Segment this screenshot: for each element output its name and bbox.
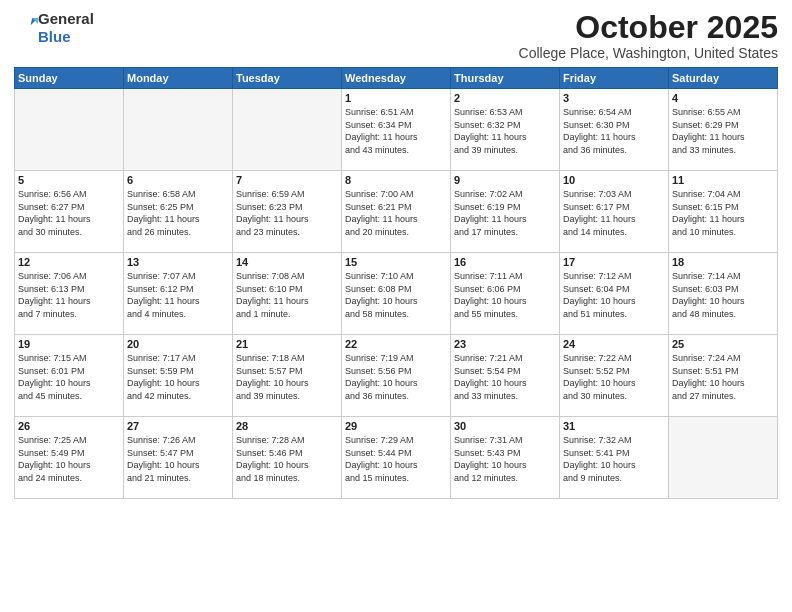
day-info: Sunrise: 7:12 AM Sunset: 6:04 PM Dayligh…	[563, 270, 665, 320]
day-cell: 22Sunrise: 7:19 AM Sunset: 5:56 PM Dayli…	[342, 335, 451, 417]
day-cell: 12Sunrise: 7:06 AM Sunset: 6:13 PM Dayli…	[15, 253, 124, 335]
day-info: Sunrise: 7:22 AM Sunset: 5:52 PM Dayligh…	[563, 352, 665, 402]
day-cell: 29Sunrise: 7:29 AM Sunset: 5:44 PM Dayli…	[342, 417, 451, 499]
day-number: 1	[345, 92, 447, 104]
day-number: 26	[18, 420, 120, 432]
day-number: 25	[672, 338, 774, 350]
day-cell: 20Sunrise: 7:17 AM Sunset: 5:59 PM Dayli…	[124, 335, 233, 417]
day-number: 30	[454, 420, 556, 432]
week-row-1: 5Sunrise: 6:56 AM Sunset: 6:27 PM Daylig…	[15, 171, 778, 253]
col-friday: Friday	[560, 68, 669, 89]
day-info: Sunrise: 6:51 AM Sunset: 6:34 PM Dayligh…	[345, 106, 447, 156]
col-thursday: Thursday	[451, 68, 560, 89]
col-monday: Monday	[124, 68, 233, 89]
day-cell: 6Sunrise: 6:58 AM Sunset: 6:25 PM Daylig…	[124, 171, 233, 253]
day-number: 24	[563, 338, 665, 350]
day-cell: 17Sunrise: 7:12 AM Sunset: 6:04 PM Dayli…	[560, 253, 669, 335]
month-title: October 2025	[519, 10, 778, 45]
day-cell	[124, 89, 233, 171]
day-cell: 9Sunrise: 7:02 AM Sunset: 6:19 PM Daylig…	[451, 171, 560, 253]
day-number: 12	[18, 256, 120, 268]
day-cell: 23Sunrise: 7:21 AM Sunset: 5:54 PM Dayli…	[451, 335, 560, 417]
day-cell: 21Sunrise: 7:18 AM Sunset: 5:57 PM Dayli…	[233, 335, 342, 417]
day-number: 4	[672, 92, 774, 104]
day-number: 7	[236, 174, 338, 186]
day-number: 13	[127, 256, 229, 268]
day-number: 8	[345, 174, 447, 186]
day-cell: 16Sunrise: 7:11 AM Sunset: 6:06 PM Dayli…	[451, 253, 560, 335]
day-info: Sunrise: 7:32 AM Sunset: 5:41 PM Dayligh…	[563, 434, 665, 484]
title-section: October 2025 College Place, Washington, …	[519, 10, 778, 61]
day-number: 23	[454, 338, 556, 350]
col-wednesday: Wednesday	[342, 68, 451, 89]
day-number: 27	[127, 420, 229, 432]
day-cell: 7Sunrise: 6:59 AM Sunset: 6:23 PM Daylig…	[233, 171, 342, 253]
day-number: 5	[18, 174, 120, 186]
col-saturday: Saturday	[669, 68, 778, 89]
day-number: 2	[454, 92, 556, 104]
day-info: Sunrise: 7:11 AM Sunset: 6:06 PM Dayligh…	[454, 270, 556, 320]
logo-blue-text: Blue	[38, 28, 71, 45]
day-cell: 1Sunrise: 6:51 AM Sunset: 6:34 PM Daylig…	[342, 89, 451, 171]
day-info: Sunrise: 7:17 AM Sunset: 5:59 PM Dayligh…	[127, 352, 229, 402]
day-cell: 28Sunrise: 7:28 AM Sunset: 5:46 PM Dayli…	[233, 417, 342, 499]
day-info: Sunrise: 7:00 AM Sunset: 6:21 PM Dayligh…	[345, 188, 447, 238]
day-info: Sunrise: 6:53 AM Sunset: 6:32 PM Dayligh…	[454, 106, 556, 156]
day-info: Sunrise: 7:25 AM Sunset: 5:49 PM Dayligh…	[18, 434, 120, 484]
day-info: Sunrise: 7:03 AM Sunset: 6:17 PM Dayligh…	[563, 188, 665, 238]
day-cell: 15Sunrise: 7:10 AM Sunset: 6:08 PM Dayli…	[342, 253, 451, 335]
header-row: Sunday Monday Tuesday Wednesday Thursday…	[15, 68, 778, 89]
day-cell: 3Sunrise: 6:54 AM Sunset: 6:30 PM Daylig…	[560, 89, 669, 171]
day-number: 6	[127, 174, 229, 186]
day-number: 29	[345, 420, 447, 432]
day-number: 14	[236, 256, 338, 268]
page: General Blue October 2025 College Place,…	[0, 0, 792, 612]
calendar-table: Sunday Monday Tuesday Wednesday Thursday…	[14, 67, 778, 499]
day-cell: 2Sunrise: 6:53 AM Sunset: 6:32 PM Daylig…	[451, 89, 560, 171]
day-info: Sunrise: 7:04 AM Sunset: 6:15 PM Dayligh…	[672, 188, 774, 238]
col-tuesday: Tuesday	[233, 68, 342, 89]
day-cell: 31Sunrise: 7:32 AM Sunset: 5:41 PM Dayli…	[560, 417, 669, 499]
col-sunday: Sunday	[15, 68, 124, 89]
day-info: Sunrise: 7:02 AM Sunset: 6:19 PM Dayligh…	[454, 188, 556, 238]
day-info: Sunrise: 7:14 AM Sunset: 6:03 PM Dayligh…	[672, 270, 774, 320]
day-number: 3	[563, 92, 665, 104]
day-info: Sunrise: 7:19 AM Sunset: 5:56 PM Dayligh…	[345, 352, 447, 402]
day-cell: 26Sunrise: 7:25 AM Sunset: 5:49 PM Dayli…	[15, 417, 124, 499]
week-row-4: 26Sunrise: 7:25 AM Sunset: 5:49 PM Dayli…	[15, 417, 778, 499]
week-row-0: 1Sunrise: 6:51 AM Sunset: 6:34 PM Daylig…	[15, 89, 778, 171]
day-number: 21	[236, 338, 338, 350]
logo-general-text: General	[38, 10, 94, 27]
day-cell: 18Sunrise: 7:14 AM Sunset: 6:03 PM Dayli…	[669, 253, 778, 335]
day-info: Sunrise: 7:18 AM Sunset: 5:57 PM Dayligh…	[236, 352, 338, 402]
day-info: Sunrise: 7:24 AM Sunset: 5:51 PM Dayligh…	[672, 352, 774, 402]
day-cell: 25Sunrise: 7:24 AM Sunset: 5:51 PM Dayli…	[669, 335, 778, 417]
day-cell	[15, 89, 124, 171]
day-info: Sunrise: 7:21 AM Sunset: 5:54 PM Dayligh…	[454, 352, 556, 402]
day-cell: 19Sunrise: 7:15 AM Sunset: 6:01 PM Dayli…	[15, 335, 124, 417]
day-cell: 24Sunrise: 7:22 AM Sunset: 5:52 PM Dayli…	[560, 335, 669, 417]
day-number: 15	[345, 256, 447, 268]
subtitle: College Place, Washington, United States	[519, 45, 778, 61]
day-cell	[669, 417, 778, 499]
week-row-3: 19Sunrise: 7:15 AM Sunset: 6:01 PM Dayli…	[15, 335, 778, 417]
day-number: 17	[563, 256, 665, 268]
day-cell: 5Sunrise: 6:56 AM Sunset: 6:27 PM Daylig…	[15, 171, 124, 253]
day-info: Sunrise: 6:58 AM Sunset: 6:25 PM Dayligh…	[127, 188, 229, 238]
day-cell: 8Sunrise: 7:00 AM Sunset: 6:21 PM Daylig…	[342, 171, 451, 253]
day-cell: 14Sunrise: 7:08 AM Sunset: 6:10 PM Dayli…	[233, 253, 342, 335]
logo: General Blue	[14, 10, 94, 46]
day-number: 22	[345, 338, 447, 350]
day-cell: 4Sunrise: 6:55 AM Sunset: 6:29 PM Daylig…	[669, 89, 778, 171]
day-info: Sunrise: 7:15 AM Sunset: 6:01 PM Dayligh…	[18, 352, 120, 402]
day-info: Sunrise: 7:29 AM Sunset: 5:44 PM Dayligh…	[345, 434, 447, 484]
header: General Blue October 2025 College Place,…	[14, 10, 778, 61]
day-cell: 27Sunrise: 7:26 AM Sunset: 5:47 PM Dayli…	[124, 417, 233, 499]
day-cell: 10Sunrise: 7:03 AM Sunset: 6:17 PM Dayli…	[560, 171, 669, 253]
day-number: 18	[672, 256, 774, 268]
day-number: 20	[127, 338, 229, 350]
day-number: 19	[18, 338, 120, 350]
day-number: 11	[672, 174, 774, 186]
day-number: 31	[563, 420, 665, 432]
day-info: Sunrise: 6:54 AM Sunset: 6:30 PM Dayligh…	[563, 106, 665, 156]
